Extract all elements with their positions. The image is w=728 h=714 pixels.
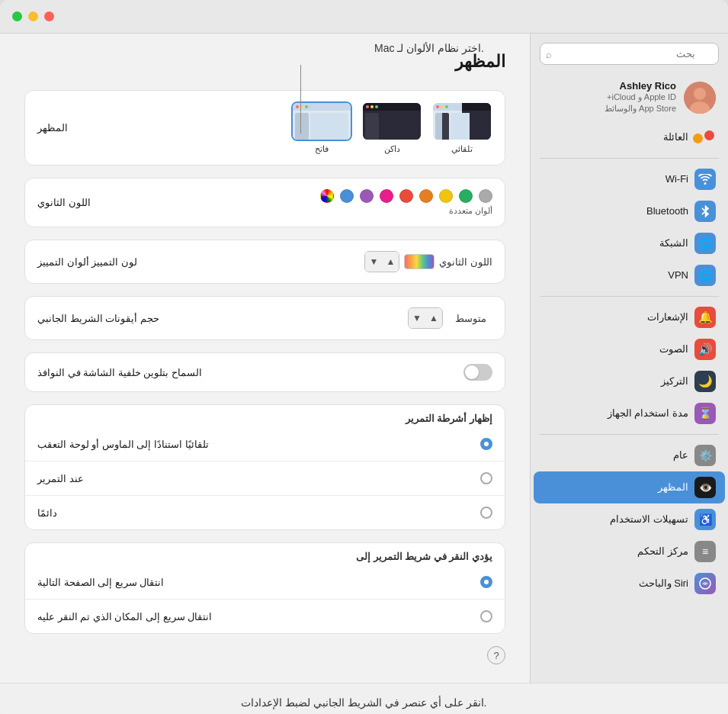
scroll-click-header: يؤدي النقر في شريط التمرير إلى <box>25 543 505 565</box>
light-thumb[interactable] <box>291 101 352 141</box>
sidebar-item-sound[interactable]: 🔊 الصوت <box>534 333 725 365</box>
scroll-location-radio[interactable] <box>480 610 492 622</box>
bottom-callout-text: .انقر على أي عنصر في الشريط الجانبي لضبط… <box>241 696 486 709</box>
help-button[interactable]: ? <box>487 646 505 664</box>
bluetooth-label: Bluetooth <box>646 205 688 217</box>
sidebar-item-bluetooth[interactable]: Bluetooth <box>534 195 725 227</box>
appearance-option-auto[interactable]: تلقائي <box>431 101 492 154</box>
scroll-next-radio[interactable] <box>480 576 492 588</box>
user-info: Ashley Rico Apple ID و iCloud+ App Store… <box>543 80 676 115</box>
system-preferences-window: .اختر نظام الألوان لـ Mac ⌕ <box>0 0 728 714</box>
titlebar <box>0 0 728 34</box>
stepper-down[interactable]: ▼ <box>365 252 382 272</box>
general-label: عام <box>673 449 688 461</box>
dark-label: داكن <box>384 144 400 154</box>
size-stepper-down[interactable]: ▼ <box>409 308 425 328</box>
sidebar-item-wifi[interactable]: Wi-Fi <box>534 163 725 195</box>
highlight-stepper[interactable]: ▼ ▲ اللون الثانوي <box>364 251 492 272</box>
window-color-section: السماح بتلوين خلفية الشاشة في النوافذ <box>24 352 505 392</box>
search-bar[interactable]: ⌕ <box>540 43 719 65</box>
swatch-orange[interactable] <box>419 189 433 203</box>
vpn-icon: 🌐 <box>694 265 716 286</box>
sidebar-item-family[interactable]: العائلة <box>534 121 725 153</box>
main-content-area: ⌕ Ashley Rico Apple ID و iCloud+ App Sto… <box>0 34 728 683</box>
window-color-switch[interactable] <box>463 364 492 381</box>
highlight-section: ▼ ▲ اللون الثانوي لون التمييز ألوان التم… <box>24 240 505 284</box>
swatch-multicolor[interactable] <box>320 189 334 203</box>
scroll-click-row-next: انتقال سريع إلى الصفحة التالية <box>25 565 505 600</box>
search-icon: ⌕ <box>546 48 552 60</box>
scrollbar-auto-radio-circle[interactable] <box>480 438 492 450</box>
sidebar-item-vpn[interactable]: 🌐 VPN <box>534 259 725 291</box>
scroll-location-label: انتقال سريع إلى المكان الذي تم النقر علي… <box>37 611 212 622</box>
scrollbar-section: إظهار أشرطة التمرير تلقائيًا استنادًا إل… <box>24 404 505 530</box>
swatch-graphite[interactable] <box>479 189 492 203</box>
appearance-section: فاتح <box>24 90 505 166</box>
sidebar-item-notifications[interactable]: 🔔 الإشعارات <box>534 301 725 333</box>
accessibility-icon: ♿ <box>694 509 716 530</box>
sidebar-icon-size-row: ▼ ▲ متوسط حجم أيقونات الشريط الجانبي <box>25 297 505 339</box>
wifi-label: Wi-Fi <box>665 173 688 185</box>
stepper-up[interactable]: ▲ <box>382 252 399 272</box>
sidebar-icon-size-control[interactable]: ▼ ▲ متوسط <box>408 307 492 329</box>
size-stepper-up[interactable]: ▲ <box>425 308 442 328</box>
window-color-row: السماح بتلوين خلفية الشاشة في النوافذ <box>25 353 505 391</box>
dark-thumb[interactable] <box>361 101 422 141</box>
close-button[interactable] <box>44 11 54 21</box>
sidebar-item-accessibility[interactable]: ♿ تسهيلات الاستخدام <box>534 503 725 536</box>
sidebar-divider-3 <box>540 434 719 435</box>
scrollbar-always-radio-circle[interactable] <box>480 507 492 519</box>
user-subtitle-1: Apple ID و iCloud+ <box>543 92 676 103</box>
accent-swatches: ألوان متعددة <box>320 189 492 216</box>
user-avatar <box>684 82 716 114</box>
swatch-green[interactable] <box>459 189 473 203</box>
swatch-purple[interactable] <box>360 189 374 203</box>
network-label: الشبكة <box>659 237 688 249</box>
accent-color-label: اللون الثانوي <box>37 197 91 208</box>
scroll-location-radio-circle[interactable] <box>480 610 492 622</box>
scrollbar-scrolling-radio[interactable] <box>480 472 492 484</box>
appearance-icon: 👁️ <box>694 477 716 498</box>
scrollbar-scrolling-radio-circle[interactable] <box>480 472 492 484</box>
maximize-button[interactable] <box>12 11 22 21</box>
control-center-label: مركز التحكم <box>637 545 688 557</box>
swatch-yellow[interactable] <box>439 189 453 203</box>
scrollbar-always-label: دائمًا <box>37 507 57 519</box>
swatch-blue[interactable] <box>340 189 354 203</box>
highlight-control[interactable]: ▼ ▲ اللون الثانوي <box>364 251 492 272</box>
sidebar-item-general[interactable]: ⚙️ عام <box>534 439 725 471</box>
size-stepper[interactable]: ▼ ▲ <box>408 307 443 329</box>
appearance-option-light[interactable]: فاتح <box>291 101 352 154</box>
svg-point-1 <box>694 88 706 100</box>
scrollbar-always-radio[interactable] <box>480 507 492 519</box>
sidebar-item-siri[interactable]: Siri والباحث <box>534 568 725 600</box>
scrollbar-auto-radio[interactable] <box>480 438 492 450</box>
swatch-pink[interactable] <box>380 189 393 203</box>
accent-gradient-swatch <box>404 254 435 269</box>
minimize-button[interactable] <box>28 11 38 21</box>
swatch-red[interactable] <box>399 189 413 203</box>
scrollbar-header: إظهار أشرطة التمرير <box>25 405 505 427</box>
appearance-row-label: المظهر <box>37 122 68 133</box>
scroll-next-radio-circle[interactable] <box>480 576 492 588</box>
search-input[interactable] <box>540 43 719 65</box>
sidebar-item-control-center[interactable]: ≡ مركز التحكم <box>534 536 725 568</box>
auto-label: تلقائي <box>451 144 473 154</box>
window-color-label: السماح بتلوين خلفية الشاشة في النوافذ <box>37 367 202 378</box>
auto-thumb[interactable] <box>431 101 492 141</box>
sidebar-item-network[interactable]: 🌐 الشبكة <box>534 227 725 259</box>
window-color-toggle[interactable] <box>463 364 492 381</box>
screen-time-icon: ⌛ <box>694 403 716 424</box>
sidebar-item-user[interactable]: Ashley Rico Apple ID و iCloud+ App Store… <box>534 74 725 121</box>
highlight-stepper-widget[interactable]: ▼ ▲ <box>364 251 399 272</box>
appearance-option-dark[interactable]: داكن <box>361 101 422 154</box>
color-swatches-row <box>320 189 492 203</box>
sidebar-item-appearance[interactable]: 👁️ المظهر <box>534 471 725 503</box>
user-name: Ashley Rico <box>543 80 676 92</box>
sidebar-icon-size-section: ▼ ▲ متوسط حجم أيقونات الشريط الجانبي <box>24 296 505 340</box>
scroll-click-section: يؤدي النقر في شريط التمرير إلى انتقال سر… <box>24 542 505 634</box>
sound-icon: 🔊 <box>694 339 716 360</box>
accent-color-section: ألوان متعددة اللون الثانوي <box>24 178 505 227</box>
sidebar-item-screen-time[interactable]: ⌛ مدة استخدام الجهاز <box>534 397 725 429</box>
sidebar-item-focus[interactable]: 🌙 التركيز <box>534 365 725 397</box>
